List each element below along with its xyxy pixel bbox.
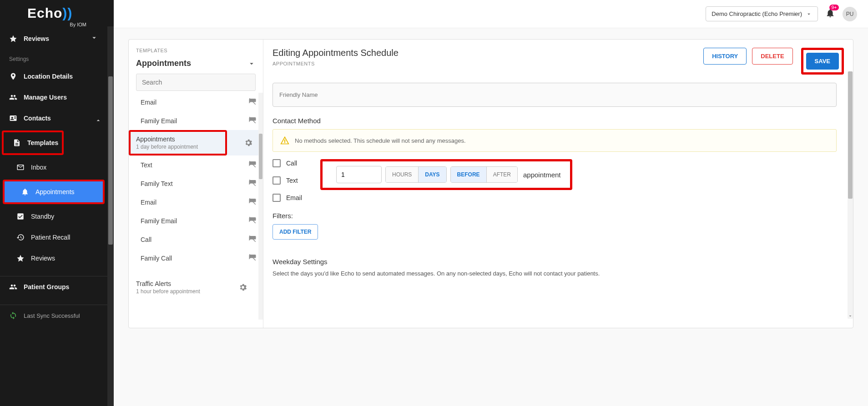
- checkbox-call[interactable]: Call: [273, 159, 302, 167]
- sidebar-item-manage-users[interactable]: Manage Users: [0, 87, 107, 108]
- warning-box: No methods selected. This schedule will …: [273, 129, 837, 152]
- timing-value-input[interactable]: [336, 166, 382, 183]
- delete-button[interactable]: DELETE: [752, 48, 792, 65]
- notifications-button[interactable]: 9+: [825, 8, 835, 20]
- logo: Echo)): [0, 0, 114, 25]
- template-item-text[interactable]: Text: [129, 155, 263, 174]
- standby-icon: [16, 212, 25, 221]
- template-item-family-email-2[interactable]: Family Email: [129, 211, 263, 230]
- sidebar-item-appointments[interactable]: Appointments: [5, 181, 103, 202]
- checkbox-email[interactable]: Email: [273, 194, 302, 202]
- seg-before-button[interactable]: BEFORE: [451, 167, 487, 182]
- templates-panel: TEMPLATES Appointments Email: [129, 40, 263, 328]
- caret-down-icon: [806, 11, 812, 17]
- templates-label: TEMPLATES: [136, 48, 256, 53]
- muted-icon: [248, 235, 257, 244]
- gear-icon[interactable]: [238, 283, 247, 292]
- filters-label: Filters:: [273, 212, 837, 220]
- location-icon: [9, 72, 17, 80]
- direction-toggle: BEFORE AFTER: [450, 166, 518, 183]
- template-item-email-2[interactable]: Email: [129, 193, 263, 211]
- muted-icon: [248, 216, 257, 226]
- checkbox-text[interactable]: Text: [273, 176, 302, 185]
- appointment-text: appointment: [523, 171, 561, 179]
- bell-icon: [21, 188, 29, 196]
- logo-sub: By IOM: [0, 22, 114, 27]
- sidebar-item-last-sync[interactable]: Last Sync Successful: [0, 305, 107, 326]
- seg-after-button[interactable]: AFTER: [487, 167, 517, 182]
- sidebar-item-patient-groups[interactable]: Patient Groups: [0, 276, 107, 297]
- sidebar-scrollbar[interactable]: [107, 26, 114, 406]
- sidebar-item-reviews-2[interactable]: Reviews: [0, 248, 107, 269]
- unit-toggle: HOURS DAYS: [385, 166, 447, 183]
- star-icon: [9, 35, 17, 43]
- contact-method-label: Contact Method: [273, 117, 837, 125]
- inbox-icon: [16, 163, 25, 171]
- muted-icon: [248, 253, 257, 263]
- seg-hours-button[interactable]: HOURS: [386, 167, 419, 182]
- weekday-settings-label: Weekday Settings: [273, 258, 837, 266]
- sidebar-item-templates[interactable]: Templates: [4, 132, 62, 153]
- star-icon: [16, 254, 25, 262]
- contacts-icon: [9, 114, 17, 122]
- notification-badge: 9+: [829, 5, 839, 10]
- sync-icon: [9, 311, 17, 320]
- editor-scrollbar[interactable]: [848, 71, 853, 319]
- muted-icon: [248, 179, 257, 188]
- chevron-down-icon: [90, 34, 98, 43]
- topbar: Demo Chiropractic (Echo Premier) 9+ PU: [114, 0, 868, 28]
- template-item-email[interactable]: Email: [129, 93, 263, 111]
- weekday-settings-desc: Select the days you'd like Echo to send …: [273, 270, 837, 277]
- groups-icon: [9, 283, 17, 291]
- recall-icon: [16, 233, 25, 241]
- template-item-appointments[interactable]: Appointments 1 day before appointment: [129, 130, 263, 155]
- editor-title: Editing Appointments Schedule: [273, 48, 698, 58]
- save-button[interactable]: SAVE: [806, 53, 839, 70]
- org-selector[interactable]: Demo Chiropractic (Echo Premier): [706, 6, 818, 21]
- sidebar: Echo)) By IOM Reviews Settings Location …: [0, 0, 114, 406]
- muted-icon: [248, 197, 257, 207]
- muted-icon: [248, 97, 257, 107]
- chevron-down-icon[interactable]: [247, 60, 256, 68]
- sidebar-item-contacts[interactable]: Contacts: [0, 108, 107, 129]
- friendly-name-input[interactable]: [273, 83, 837, 107]
- template-item-family-text[interactable]: Family Text: [129, 174, 263, 193]
- document-icon: [13, 139, 21, 147]
- seg-days-button[interactable]: DAYS: [419, 167, 446, 182]
- scroll-down-icon: [848, 313, 853, 319]
- template-item-traffic-alerts[interactable]: Traffic Alerts 1 hour before appointment: [129, 276, 263, 299]
- template-item-call[interactable]: Call: [129, 230, 263, 249]
- avatar[interactable]: PU: [843, 7, 857, 21]
- add-filter-button[interactable]: ADD FILTER: [273, 224, 318, 240]
- users-icon: [9, 93, 17, 101]
- templates-title: Appointments: [136, 59, 191, 68]
- history-button[interactable]: HISTORY: [703, 48, 747, 65]
- template-item-family-call[interactable]: Family Call: [129, 249, 263, 267]
- sidebar-item-location-details[interactable]: Location Details: [0, 66, 107, 87]
- sidebar-section-settings: Settings: [0, 50, 107, 66]
- muted-icon: [248, 160, 257, 170]
- sidebar-item-reviews[interactable]: Reviews: [0, 27, 107, 50]
- sidebar-item-patient-recall[interactable]: Patient Recall: [0, 227, 107, 248]
- template-item-family-email[interactable]: Family Email: [129, 111, 263, 130]
- sidebar-item-standby[interactable]: Standby: [0, 206, 107, 227]
- sidebar-item-inbox[interactable]: Inbox: [0, 157, 107, 178]
- gear-icon[interactable]: [244, 138, 253, 147]
- editor-panel: Editing Appointments Schedule APPOINTMEN…: [263, 40, 853, 328]
- editor-breadcrumb: APPOINTMENTS: [273, 61, 698, 66]
- muted-icon: [248, 116, 257, 125]
- templates-search-input[interactable]: [136, 74, 256, 91]
- warning-icon: [280, 136, 289, 145]
- templates-list-scrollbar[interactable]: [258, 93, 263, 320]
